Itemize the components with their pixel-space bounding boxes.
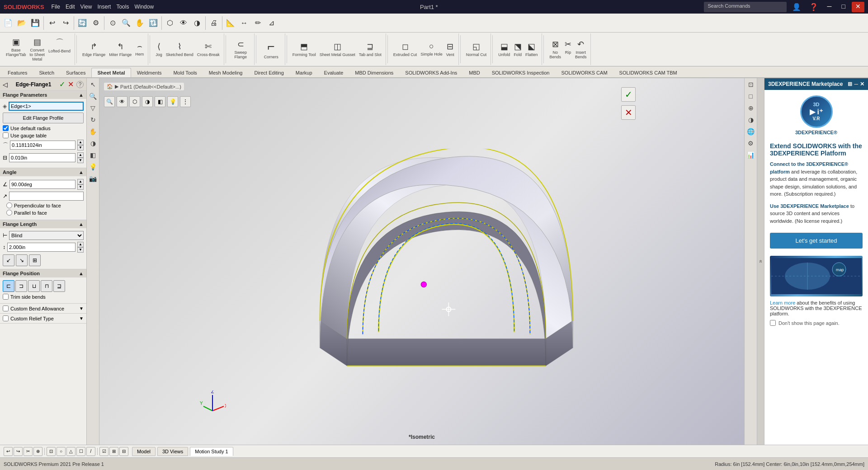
trim-side-bends-checkbox[interactable] [3, 294, 9, 300]
angle-header[interactable]: Angle ▲ [0, 168, 86, 176]
menu-insert[interactable]: Insert [97, 4, 111, 10]
tab-direct-editing[interactable]: Direct Editing [248, 68, 289, 77]
cancel-button[interactable]: ✕ [68, 80, 74, 89]
custom-relief-checkbox[interactable] [3, 315, 9, 321]
rotate-icon[interactable]: ↻ [88, 114, 99, 125]
rip-button[interactable]: ✂ Rip [563, 38, 573, 60]
vp-display-btn[interactable]: ◑ [142, 96, 153, 107]
rp-learn-link[interactable]: Learn more [770, 300, 795, 306]
collapse-3dexp-button[interactable]: « [757, 78, 764, 445]
simple-hole-button[interactable]: ○ Simple Hole [419, 41, 444, 58]
offset-btn-2[interactable]: ↘ [16, 254, 28, 266]
rp-expand-icon[interactable]: ⊞ [848, 81, 852, 87]
tab-sw-addins[interactable]: SOLIDWORKS Add-Ins [399, 68, 463, 77]
rotate-button[interactable]: 🔃 [147, 15, 160, 31]
edit-flange-profile-button[interactable]: Edit Flange Profile [3, 113, 84, 123]
display-style-button[interactable]: ◑ [191, 15, 203, 31]
vp-zoom-btn[interactable]: 🔍 [104, 96, 115, 107]
perpendicular-radio[interactable] [6, 202, 12, 208]
radius-input[interactable] [10, 141, 75, 150]
filter-icon[interactable]: ▽ [88, 103, 99, 113]
accept-button[interactable]: ✓ [621, 87, 636, 102]
angle-spinner[interactable]: ▲ ▼ [77, 179, 84, 190]
tab-sw-inspection[interactable]: SOLIDWORKS Inspection [486, 68, 556, 77]
rsi-icon-1[interactable]: ⊡ [745, 79, 756, 90]
fold-button[interactable]: ⬔ Fold [512, 41, 523, 58]
use-gauge-table-label[interactable]: Use gauge table [10, 133, 47, 138]
no-show-checkbox[interactable] [770, 320, 776, 326]
save-button[interactable]: 💾 [29, 15, 42, 31]
rsi-icon-7[interactable]: 📊 [745, 150, 756, 160]
fpos-btn-5[interactable]: ⊒ [53, 280, 65, 292]
flange-params-header[interactable]: Flange Parameters ▲ [0, 91, 86, 99]
viewport[interactable]: 🏠 ▶ Part1 (Default<<Default>...) 🔍 👁 ⬡ ◑… [99, 78, 744, 445]
insert-bends-button[interactable]: ↶ InsertBends [574, 38, 588, 60]
offset-btn-3[interactable]: ⊞ [29, 254, 41, 266]
use-default-radius-label[interactable]: Use default radius [10, 126, 51, 131]
redo-button[interactable]: ↪ [59, 15, 72, 31]
flange-length-header[interactable]: Flange Length ▲ [0, 220, 86, 228]
zoom-in-button[interactable]: 🔍 [120, 15, 132, 31]
vp-more-btn[interactable]: ⋮ [180, 96, 191, 107]
convert-sheetmetal-button[interactable]: ▤ Convertto SheetMetal [28, 36, 47, 62]
minimize-button[interactable]: ─ [824, 2, 835, 12]
tab-sheet-metal[interactable]: Sheet Metal [91, 68, 131, 77]
normal-cut-button[interactable]: ◱ Normal Cut [465, 41, 488, 58]
forming-tool-button[interactable]: ⬒ Forming Tool [291, 41, 317, 58]
options-button[interactable]: ⚙ [90, 15, 102, 31]
tab-mbd-dimensions[interactable]: MBD Dimensions [349, 68, 399, 77]
tab-markup[interactable]: Markup [290, 68, 318, 77]
bt-btn-4[interactable]: ⊕ [33, 447, 42, 456]
angle-up[interactable]: ▲ [77, 179, 84, 184]
flange-type-select[interactable]: Blind Up To Vertex [9, 231, 84, 240]
reject-button[interactable]: ✕ [621, 105, 636, 120]
select-icon[interactable]: ↖ [88, 79, 99, 90]
tab-mbd[interactable]: MBD [463, 68, 486, 77]
pan-icon[interactable]: ✋ [88, 126, 99, 137]
bt-btn-12[interactable]: ⊟ [119, 447, 128, 456]
search-box[interactable]: Search Commands [704, 2, 786, 12]
rsi-icon-4[interactable]: ◑ [745, 114, 756, 125]
user-icon[interactable]: 👤 [789, 2, 804, 12]
rebuild-button[interactable]: 🔄 [76, 15, 89, 31]
bt-btn-3[interactable]: ✂ [24, 447, 33, 456]
tab-mold-tools[interactable]: Mold Tools [167, 68, 203, 77]
panel-back-icon[interactable]: ◁ [3, 81, 8, 88]
bt-btn-11[interactable]: ⊞ [109, 447, 118, 456]
custom-bend-checkbox[interactable] [3, 306, 9, 311]
undo-button[interactable]: ↩ [46, 15, 58, 31]
bt-btn-5[interactable]: ⊡ [47, 447, 56, 456]
angle-down[interactable]: ▼ [77, 184, 84, 190]
parallel-label[interactable]: Parallel to face [14, 210, 47, 216]
bt-btn-7[interactable]: △ [66, 447, 75, 456]
menu-file[interactable]: File [52, 4, 60, 10]
rsi-icon-6[interactable]: ⚙ [745, 138, 756, 149]
vent-button[interactable]: ⊟ Vent [445, 41, 456, 58]
flatten-button[interactable]: ⬕ Flatten [524, 41, 539, 58]
close-button[interactable]: ✕ [852, 2, 864, 12]
extruded-cut-button[interactable]: ◻ Extruded Cut [392, 41, 419, 58]
fpos-btn-3[interactable]: ⊔ [28, 280, 40, 292]
length-up[interactable]: ▲ [77, 242, 84, 247]
hem-button[interactable]: ⌢ Hem [134, 41, 145, 58]
thickness-spinner[interactable]: ▲ ▼ [77, 152, 84, 163]
radius-down[interactable]: ▼ [77, 145, 84, 150]
bt-btn-6[interactable]: ○ [57, 447, 66, 456]
bt-btn-9[interactable]: / [86, 447, 95, 456]
bt-btn-1[interactable]: ↩ [4, 447, 13, 456]
miter-flange-button[interactable]: ↰ Miter Flange [108, 41, 133, 58]
help-icon[interactable]: ❓ [807, 2, 821, 12]
fpos-btn-1[interactable]: ⊏ [3, 280, 14, 292]
use-default-radius-checkbox[interactable] [3, 125, 9, 131]
tab-features[interactable]: Features [2, 68, 33, 77]
thickness-up[interactable]: ▲ [77, 152, 84, 158]
open-button[interactable]: 📂 [15, 15, 28, 31]
restore-button[interactable]: □ [838, 2, 849, 12]
length-spinner[interactable]: ▲ ▼ [77, 242, 84, 253]
section-icon[interactable]: ◧ [88, 150, 99, 160]
smart-dim-button[interactable]: ↔ [238, 15, 250, 31]
fpos-btn-4[interactable]: ⊓ [41, 280, 52, 292]
edge-flange-button[interactable]: ↱ Edge Flange [81, 41, 107, 58]
vp-light-btn[interactable]: 💡 [167, 96, 178, 107]
thickness-down[interactable]: ▼ [77, 158, 84, 163]
